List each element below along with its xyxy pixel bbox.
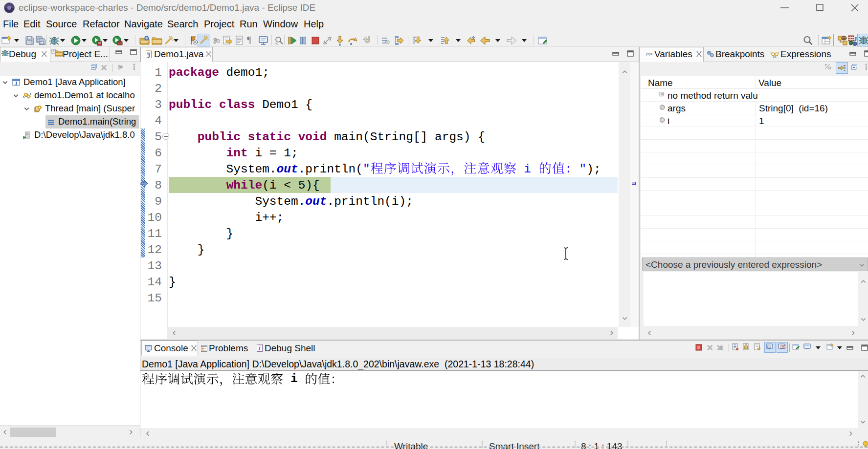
svg-text:o: o: [661, 118, 663, 122]
svg-text:J: J: [258, 345, 261, 351]
svg-text:J: J: [854, 35, 857, 43]
svg-text:¶: ¶: [247, 35, 251, 45]
svg-text:J: J: [15, 80, 18, 86]
svg-text:(x)=: (x)=: [646, 52, 653, 56]
svg-text:x=: x=: [773, 55, 777, 59]
svg-text:J: J: [147, 52, 150, 59]
svg-text:o: o: [661, 106, 663, 109]
